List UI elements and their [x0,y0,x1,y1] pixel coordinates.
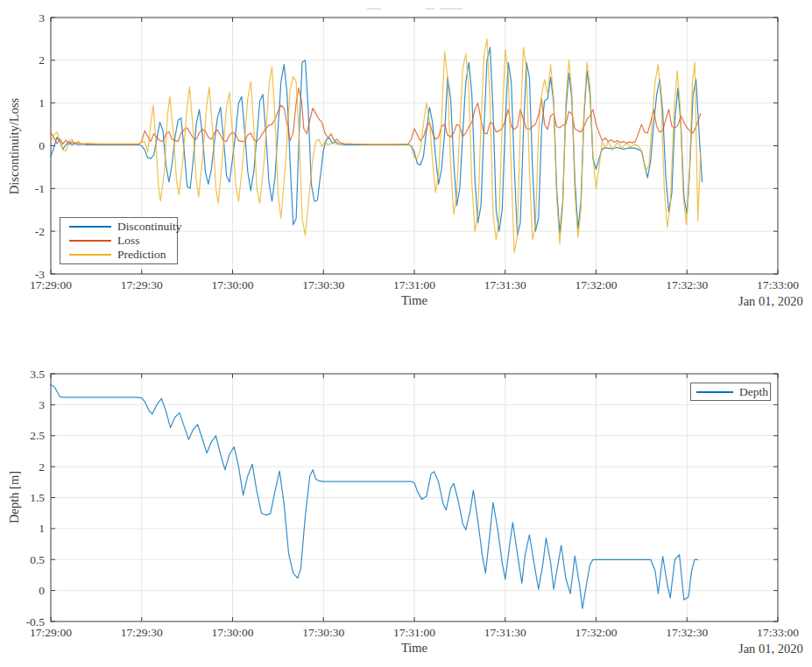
legend-line-sample-prediction [69,254,111,256]
x-tick-label: 17:32:00 [575,626,617,639]
legend-top: Discontinuity Loss Prediction [60,217,178,264]
x-tick-label: 17:30:00 [211,278,253,291]
x-tick-label: 17:29:30 [121,626,163,639]
x-tick-label: 17:31:30 [484,626,526,639]
y-tick-label: 2 [39,460,45,474]
x-tick-label: 17:31:00 [393,626,435,639]
x-tick-label: 17:32:00 [575,278,617,291]
legend-line-sample-discontinuity [69,226,111,228]
legend-item-prediction: Prediction [60,248,177,262]
x-tick-label: 17:32:30 [666,278,708,291]
legend-label: Depth [739,386,768,398]
top-chart-y-axis-label: Discontinuity/Loss [7,98,22,194]
top-chart-date-label: Jan 01, 2020 [738,294,803,309]
legend-item-loss: Loss [60,234,177,248]
y-tick-label: 3.5 [30,368,45,381]
bottom-chart-x-axis-label: Time [401,641,427,656]
x-tick-label: 17:32:30 [666,626,708,639]
y-tick-label: 1 [39,96,45,109]
x-tick-label: 17:31:30 [484,278,526,291]
x-tick-label: 17:33:00 [757,626,799,639]
y-tick-label: -2 [35,225,45,238]
y-tick-label: -3 [35,268,45,281]
legend-item-discontinuity: Discontinuity [60,220,177,234]
x-tick-label: 17:31:00 [393,278,435,291]
series-line-loss [51,88,701,144]
legend-bottom: Depth [690,383,771,401]
y-tick-label: 2.5 [30,429,45,442]
x-tick-label: 17:30:30 [302,278,344,291]
bottom-chart-y-axis-label: Depth [m] [7,471,22,523]
x-tick-label: 17:33:00 [757,278,799,291]
y-tick-label: -1 [35,182,45,195]
legend-label: Loss [117,235,140,247]
y-tick-label: 2 [39,53,45,67]
y-tick-label: 1.5 [30,491,45,504]
charts-svg: 17:29:0017:29:3017:30:0017:30:3017:31:00… [0,0,812,667]
y-tick-label: 1 [39,522,45,535]
top-chart-x-axis-label: Time [401,293,427,308]
y-tick-label: 0 [39,584,45,597]
y-tick-label: 3 [39,398,45,411]
legend-line-sample-depth [696,391,733,393]
y-tick-label: -0.5 [26,615,46,628]
legend-line-sample-loss [69,240,111,242]
legend-label: Discontinuity [117,221,182,233]
legend-item-depth: Depth [691,383,770,400]
legend-label: Prediction [117,249,166,261]
x-tick-label: 17:29:30 [121,278,163,291]
bottom-chart-date-label: Jan 01, 2020 [738,642,803,656]
figure-canvas: 17:29:0017:29:3017:30:0017:30:3017:31:00… [0,0,812,667]
x-tick-label: 17:30:30 [302,626,344,639]
y-tick-label: 0 [39,139,45,152]
y-tick-label: 0.5 [30,553,45,566]
x-tick-label: 17:30:00 [211,626,253,639]
y-tick-label: 3 [39,11,45,25]
series-line-depth [51,385,697,608]
